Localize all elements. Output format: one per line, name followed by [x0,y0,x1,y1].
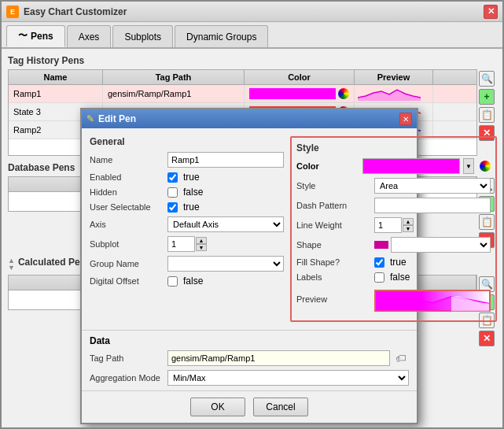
enabled-text: true [183,172,200,183]
window-close-button[interactable]: ✕ [484,5,498,19]
scroll-arrows: ▲ ▼ [8,257,15,272]
edit-pen-close-button[interactable]: ✕ [399,113,412,125]
col-tag-path: Tag Path [103,70,245,84]
shape-label: Shape [296,240,371,250]
user-selectable-checkbox[interactable] [167,202,178,213]
row1-color-circle [338,88,349,99]
fill-shape-label: Fill Shape? [296,257,371,267]
tag-browse-icon[interactable]: 🏷 [393,350,409,366]
aggregation-select[interactable]: Min/Max [167,370,409,386]
hidden-checkbox[interactable] [167,187,178,198]
labels-row: Labels false [296,272,491,283]
row1-tag: gensim/Ramp/Ramp1 [103,85,245,102]
col-name: Name [9,70,103,84]
subplots-tab-label: Subplots [124,31,161,43]
axis-label: Axis [90,220,164,229]
dash-pattern-label: Dash Pattern [296,201,371,210]
shape-field [374,237,491,253]
tab-dynamic-groups[interactable]: Dynamic Groups [175,25,268,47]
user-selectable-text: true [183,202,200,213]
dialog-body: General Name Enabled true Hidden false U… [82,128,417,330]
enabled-row: Enabled true [90,172,284,183]
name-row: Name [90,152,284,168]
axes-tab-label: Axes [79,31,100,43]
color-circle-btn[interactable] [480,161,491,172]
general-section: General Name Enabled true Hidden false U… [90,136,284,322]
group-name-select[interactable] [167,256,284,272]
color-label: Color [296,161,359,171]
digital-offset-checkbox[interactable] [167,276,178,287]
shape-color-dot [374,241,388,249]
pens-tab-icon: 〜 [18,29,28,43]
general-label: General [90,136,284,147]
edit-pen-dialog: ✎ Edit Pen ✕ General Name Enabled true [80,108,418,424]
line-weight-spinner: ▲ ▼ [374,217,414,233]
hidden-text: false [183,187,203,198]
tab-axes[interactable]: Axes [67,25,112,47]
dash-pattern-input[interactable] [374,198,491,213]
line-weight-input[interactable] [374,217,402,233]
style-field-label: Style [296,181,371,190]
edit-pen-title-bar: ✎ Edit Pen ✕ [82,109,417,128]
line-weight-up-arrow[interactable]: ▲ [403,218,414,225]
ok-button[interactable]: OK [190,398,245,416]
tag-path-input[interactable] [167,350,390,366]
style-row: Style Area [296,178,491,194]
tab-subplots[interactable]: Subplots [112,25,173,47]
name-label: Name [90,155,164,165]
digital-offset-row: Digital Offset false [90,276,284,287]
tag-history-header: Name Tag Path Color Preview [9,70,476,85]
subplot-spin-arrows: ▲ ▼ [196,237,207,251]
preview-label: Preview [296,294,371,304]
down-arrow-icon[interactable]: ▼ [8,264,15,272]
table-row[interactable]: Ramp1 gensim/Ramp/Ramp1 [9,85,476,103]
subplot-up-arrow[interactable]: ▲ [196,237,207,244]
tag-history-add-button[interactable]: + [479,89,495,105]
color-dropdown-arrow[interactable]: ▼ [463,158,474,174]
color-picker[interactable] [362,158,460,174]
row1-preview [355,85,433,102]
fill-shape-text: true [390,257,407,268]
subplot-input[interactable] [167,236,195,252]
user-selectable-row: User Selectable true [90,202,284,213]
subplot-down-arrow[interactable]: ▼ [196,244,207,251]
main-window: E Easy Chart Customizer ✕ 〜 Pens Axes Su… [0,0,504,429]
style-preview-svg [376,291,489,313]
style-select[interactable]: Area [374,178,491,194]
row1-color [245,85,355,102]
tab-pens[interactable]: 〜 Pens [6,25,65,47]
title-bar-left: E Easy Chart Customizer [6,6,127,18]
labels-label: Labels [296,272,371,282]
tag-history-copy-button[interactable]: 📋 [479,107,495,123]
hidden-label: Hidden [90,187,164,197]
digital-offset-label: Digital Offset [90,276,164,286]
col-preview: Preview [355,70,433,84]
tag-history-search-button[interactable]: 🔍 [479,71,495,87]
line-weight-down-arrow[interactable]: ▼ [403,225,414,232]
enabled-label: Enabled [90,172,164,182]
aggregation-label: Aggregation Mode [90,373,164,383]
line-weight-spin-arrows: ▲ ▼ [403,218,414,232]
edit-pen-title: Edit Pen [98,113,136,124]
fill-shape-checkbox[interactable] [374,257,384,268]
name-input[interactable] [167,152,284,168]
fill-shape-row: Fill Shape? true [296,257,491,268]
shape-row: Shape [296,237,491,253]
row1-color-box [249,88,336,99]
hidden-row: Hidden false [90,187,284,198]
color-row: Color ▼ [296,158,491,174]
tag-history-section-label: Tag History Pens [8,55,496,66]
svg-marker-2 [451,296,489,311]
window-title: Easy Chart Customizer [24,6,127,17]
app-icon: E [6,6,19,18]
dash-pattern-row: Dash Pattern [296,198,491,213]
cancel-button[interactable]: Cancel [253,398,308,416]
labels-checkbox[interactable] [374,272,384,283]
col-color: Color [245,70,355,84]
aggregation-row: Aggregation Mode Min/Max [90,370,409,386]
shape-select[interactable] [391,237,491,253]
enabled-checkbox[interactable] [167,172,178,183]
axis-select[interactable]: Default Axis [167,216,284,232]
calc-delete-button[interactable]: ✕ [479,331,495,346]
line-weight-row: Line Weight ▲ ▼ [296,217,491,233]
